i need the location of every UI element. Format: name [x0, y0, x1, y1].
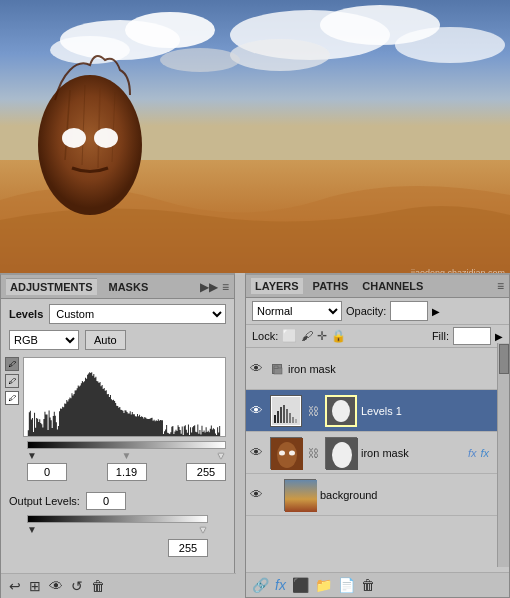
handles-row: ▼ ▼ ▼	[27, 450, 226, 461]
fill-input[interactable]: 100%	[453, 327, 491, 345]
lock-paint-icon[interactable]: 🖌	[301, 329, 313, 343]
lock-move-icon[interactable]: ✛	[317, 329, 327, 343]
output-row: Output Levels: 0	[1, 489, 234, 513]
chain-link-2: ⛓	[308, 447, 319, 459]
panels-area: ADJUSTMENTS MASKS ▶▶ ≡ Levels Custom RGB…	[0, 273, 510, 598]
layer-icon[interactable]: ⊞	[29, 578, 41, 594]
svg-point-29	[332, 400, 350, 422]
auto-button[interactable]: Auto	[85, 330, 126, 350]
trash-icon[interactable]: 🗑	[91, 578, 105, 594]
opacity-input[interactable]: 100%	[390, 301, 428, 321]
channel-row: RGB Auto	[1, 327, 234, 353]
layer-row-background[interactable]: 👁 background	[246, 474, 509, 516]
visibility-eye-4[interactable]: 👁	[250, 487, 266, 502]
new-layer-icon[interactable]: 📄	[338, 577, 355, 593]
background-thumb	[284, 479, 316, 511]
output-slider-container: ▼ ▼	[1, 513, 234, 537]
reset-icon[interactable]: ↺	[71, 578, 83, 594]
svg-point-15	[62, 128, 86, 148]
tab-adjustments[interactable]: ADJUSTMENTS	[6, 278, 97, 295]
levels-row: Levels Custom	[1, 299, 234, 327]
menu-icon[interactable]: ≡	[222, 280, 229, 294]
output-label: Output Levels:	[9, 495, 80, 507]
black-handle[interactable]: ▼	[27, 450, 37, 461]
svg-point-10	[38, 75, 142, 215]
svg-rect-23	[283, 405, 285, 423]
svg-point-33	[289, 450, 295, 455]
levels-label: Levels	[9, 308, 43, 320]
svg-rect-22	[280, 407, 282, 423]
white-handle[interactable]: ▼	[216, 450, 226, 461]
opacity-label: Opacity:	[346, 305, 386, 317]
visibility-eye-3[interactable]: 👁	[250, 445, 266, 460]
scene-svg	[0, 0, 510, 280]
tab-masks[interactable]: MASKS	[105, 279, 153, 295]
gamma-input[interactable]: 1.19	[107, 463, 147, 481]
return-icon[interactable]: ↩	[9, 578, 21, 594]
tab-channels[interactable]: CHANNELS	[358, 278, 427, 294]
layers-menu-icon[interactable]: ≡	[497, 279, 504, 293]
svg-rect-21	[277, 411, 279, 423]
black-eyedropper[interactable]: 🖊	[5, 357, 19, 371]
panel-icons: ▶▶ ≡	[200, 280, 229, 294]
output-handles: ▼ ▼	[27, 524, 208, 535]
chain-link-1: ⛓	[308, 405, 319, 417]
eyedropper-tools: 🖊 🖊 🖊	[1, 353, 23, 441]
lock-label: Lock:	[252, 330, 278, 342]
svg-rect-18	[274, 366, 278, 369]
svg-point-32	[279, 450, 285, 455]
output-white-handle[interactable]: ▼	[198, 524, 208, 535]
gray-handle[interactable]: ▼	[122, 450, 132, 461]
levels-preset-select[interactable]: Custom	[49, 304, 226, 324]
input-values-row: 0 1.19 255	[1, 461, 234, 483]
delete-layer-icon[interactable]: 🗑	[361, 577, 375, 593]
iron-mask-mask	[325, 437, 357, 469]
output-white-value-row: 255	[1, 537, 234, 541]
eye-footer-icon[interactable]: 👁	[49, 578, 63, 594]
white-input[interactable]: 255	[186, 463, 226, 481]
forward-icon[interactable]: ▶▶	[200, 280, 218, 294]
fill-label: Fill:	[432, 330, 449, 342]
levels-thumb	[270, 395, 302, 427]
white-eyedropper[interactable]: 🖊	[5, 391, 19, 405]
visibility-eye-2[interactable]: 👁	[250, 403, 266, 418]
tab-paths[interactable]: PATHS	[309, 278, 353, 294]
mask-footer-icon[interactable]: ⬛	[292, 577, 309, 593]
layer-name-iron-mask: iron mask	[361, 447, 464, 459]
gray-eyedropper[interactable]: 🖊	[5, 374, 19, 388]
svg-rect-27	[295, 419, 297, 423]
layer-row-iron-mask-group[interactable]: 👁 iron mask	[246, 348, 509, 390]
fx-label: fx	[468, 447, 477, 459]
opacity-arrow[interactable]: ▶	[432, 306, 440, 317]
output-black-input[interactable]: 0	[86, 492, 126, 510]
group-footer-icon[interactable]: 📁	[315, 577, 332, 593]
svg-rect-36	[285, 480, 317, 512]
histogram	[23, 357, 226, 437]
lock-all-icon[interactable]: 🔒	[331, 329, 346, 343]
fill-arrow[interactable]: ▶	[495, 331, 503, 342]
svg-point-16	[94, 128, 118, 148]
scroll-thumb[interactable]	[499, 344, 509, 374]
visibility-eye-1[interactable]: 👁	[250, 361, 266, 376]
iron-mask-mask-svg	[326, 438, 358, 470]
black-input[interactable]: 0	[27, 463, 67, 481]
output-white-input[interactable]: 255	[168, 539, 208, 557]
output-black-handle[interactable]: ▼	[27, 524, 37, 535]
link-icon[interactable]: 🔗	[252, 577, 269, 593]
adjustments-footer: ↩ ⊞ 👁 ↺ 🗑	[1, 573, 236, 598]
iron-mask-thumb-svg	[271, 438, 303, 470]
histogram-svg	[24, 358, 225, 436]
layers-header: LAYERS PATHS CHANNELS ≡	[246, 275, 509, 298]
layers-footer: 🔗 fx ⬛ 📁 📄 🗑	[246, 572, 509, 597]
fx-badge[interactable]: fx	[481, 447, 490, 459]
tab-layers[interactable]: LAYERS	[251, 278, 303, 294]
fx-footer-icon[interactable]: fx	[275, 577, 286, 593]
lock-transparent-icon[interactable]: ⬜	[282, 329, 297, 343]
blend-mode-select[interactable]: Normal	[252, 301, 342, 321]
input-slider-container: ▼ ▼ ▼	[1, 441, 234, 461]
layer-row-iron-mask[interactable]: 👁 ⛓ iron mask fx fx ▼	[246, 432, 509, 474]
channel-select[interactable]: RGB	[9, 330, 79, 350]
layers-scrollbar[interactable]	[497, 343, 509, 567]
output-gradient-bar	[27, 515, 208, 523]
layer-row-levels[interactable]: 👁 ⛓	[246, 390, 509, 432]
